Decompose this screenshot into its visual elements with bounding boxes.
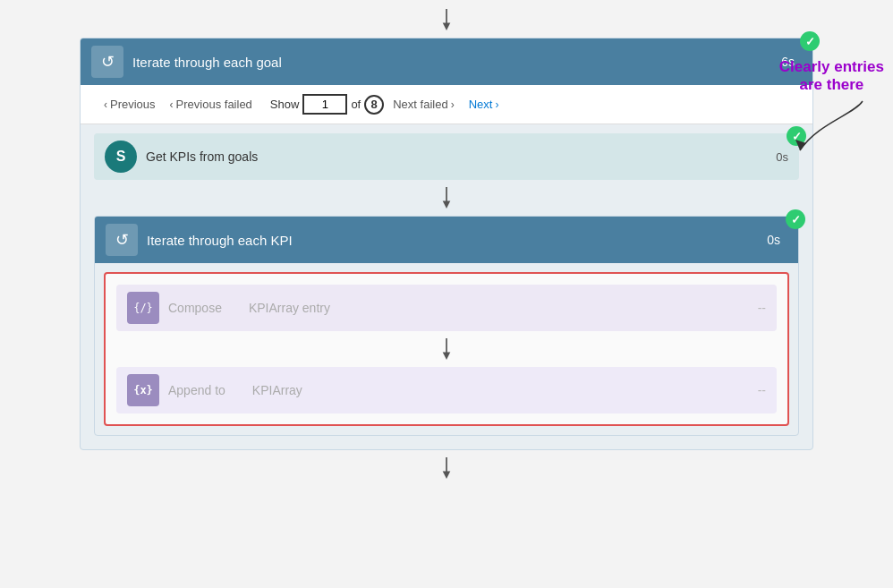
kpi-action-icon: S (105, 141, 137, 173)
compose-action-icon: {/} (127, 292, 159, 324)
previous-chevron-icon: ‹ (104, 98, 107, 111)
svg-marker-1 (443, 22, 451, 30)
outer-loop-header[interactable]: ↺ Iterate through each goal 6s ✓ (81, 38, 812, 85)
outer-loop-block: ↺ Iterate through each goal 6s ✓ Clearly… (80, 38, 813, 450)
pagination-bar: ‹ Previous ‹ Previous failed Show of 8 N… (81, 85, 812, 124)
inner-loop-content: {/} Compose KPIArray entry -- (104, 272, 789, 426)
inner-loop-title: Iterate through each KPI (147, 233, 767, 248)
inner-loop-block: ↺ Iterate through each KPI 0s ✓ {/} (94, 216, 799, 436)
of-label: of (351, 98, 361, 111)
next-failed-button[interactable]: Next failed › (387, 96, 459, 113)
top-connector-arrow (439, 9, 454, 30)
inner-connector-arrow (116, 331, 777, 367)
inner-loop-header[interactable]: ↺ Iterate through each KPI 0s ✓ (95, 217, 798, 263)
outer-loop-icon: ↺ (91, 46, 123, 78)
previous-failed-button[interactable]: ‹ Previous failed (165, 96, 258, 113)
previous-failed-label: Previous failed (176, 98, 252, 111)
next-label: Next (469, 98, 493, 111)
append-label: Append to (168, 383, 225, 397)
kpi-icon-letter: S (116, 149, 126, 165)
annotation-container: Clearly entries are there (779, 58, 884, 162)
next-chevron-icon: › (495, 98, 498, 111)
page-container: ↺ Iterate through each goal 6s ✓ Clearly… (0, 0, 893, 588)
append-action-icon: {x} (127, 374, 159, 406)
loop-content: S Get KPIs from goals 0s ✓ (81, 124, 812, 449)
svg-marker-2 (795, 140, 806, 150)
next-button[interactable]: Next › (464, 96, 505, 113)
previous-button[interactable]: ‹ Previous (98, 96, 161, 113)
kpi-action-block[interactable]: S Get KPIs from goals 0s ✓ (94, 133, 799, 180)
inner-loop-time: 0s (767, 233, 780, 247)
outer-loop-title: Iterate through each goal (132, 55, 781, 70)
annotation-text: Clearly entries are there (779, 58, 884, 95)
svg-marker-4 (443, 200, 451, 209)
compose-dashes: -- (758, 301, 766, 315)
compose-value: KPIArray entry (249, 301, 330, 315)
compose-icon-symbol: {/} (133, 302, 153, 314)
inner-loop-success-badge: ✓ (786, 209, 805, 229)
append-value: KPIArray (252, 383, 302, 397)
outer-loop-icon-symbol: ↺ (101, 52, 115, 72)
svg-marker-8 (443, 471, 451, 479)
next-failed-label: Next failed (393, 98, 447, 111)
kpi-action-title: Get KPIs from goals (146, 149, 776, 164)
next-failed-chevron-icon: › (451, 98, 455, 111)
svg-marker-6 (443, 352, 451, 360)
bottom-connector-arrow (439, 457, 454, 481)
compose-action-text: Compose KPIArray entry (168, 301, 758, 315)
append-action-text: Append to KPIArray (168, 383, 758, 397)
annotation-arrow-svg (782, 97, 880, 159)
page-input[interactable] (302, 94, 347, 115)
inner-loop-icon-symbol: ↺ (115, 230, 129, 250)
compose-action-block[interactable]: {/} Compose KPIArray entry -- (116, 285, 777, 331)
append-icon-symbol: {x} (133, 384, 153, 396)
append-action-block[interactable]: {x} Append to KPIArray -- (116, 367, 777, 413)
mid-connector-arrow (94, 180, 799, 216)
append-dashes: -- (758, 383, 766, 397)
total-pages-badge: 8 (364, 95, 384, 115)
prev-failed-chevron-icon: ‹ (170, 98, 174, 111)
outer-loop-success-badge: ✓ (800, 31, 820, 51)
previous-label: Previous (110, 98, 156, 111)
compose-label: Compose (168, 301, 222, 315)
inner-loop-icon: ↺ (106, 224, 138, 256)
show-label: Show (270, 98, 300, 111)
